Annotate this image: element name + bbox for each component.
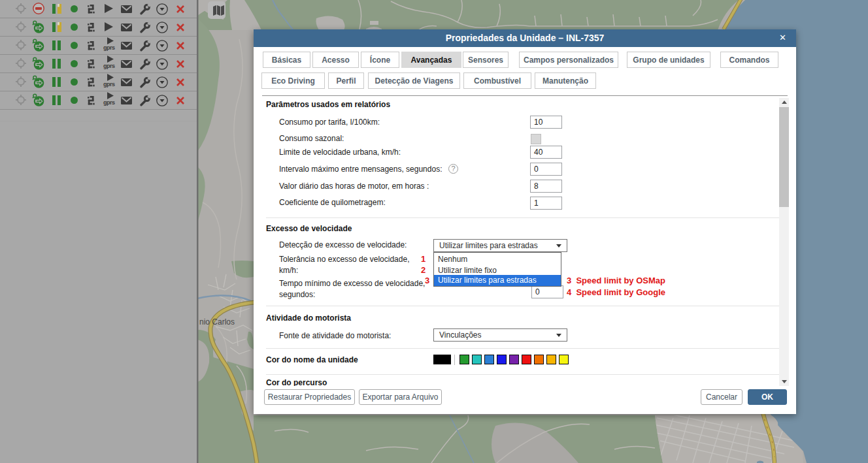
svg-text:nio Carlos: nio Carlos [199, 317, 235, 327]
